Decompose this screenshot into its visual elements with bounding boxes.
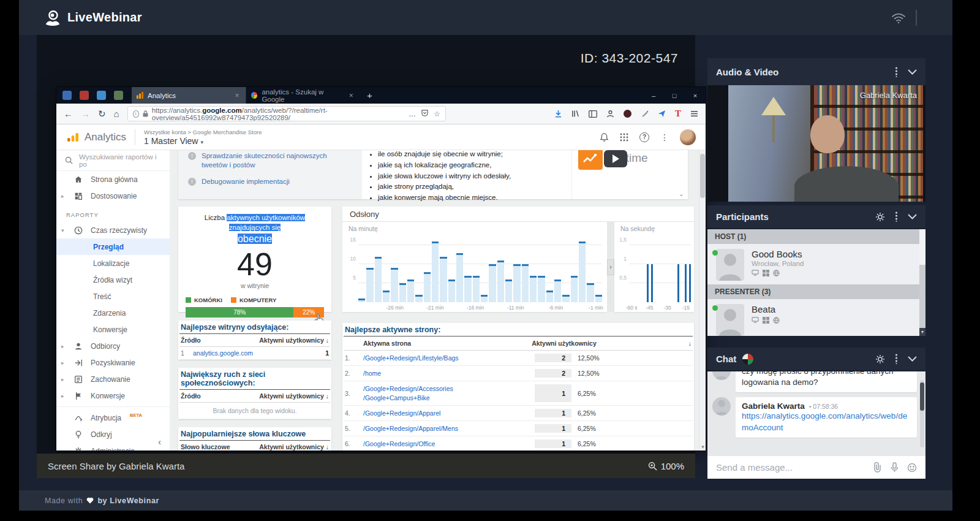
pocket-icon[interactable] bbox=[421, 110, 428, 118]
sidebar-item-konwersje[interactable]: ▸Konwersje bbox=[56, 387, 170, 404]
text-tool-icon[interactable]: T bbox=[675, 109, 681, 118]
tab-close-icon[interactable]: × bbox=[233, 91, 241, 100]
sidebar-item-pozyskiwanie[interactable]: ▸Pozyskiwanie bbox=[56, 354, 170, 371]
page-link[interactable]: /Google+Redesign/Lifestyle/Bags bbox=[363, 354, 535, 362]
tab-close-icon[interactable]: × bbox=[348, 91, 355, 100]
extension-circle-icon[interactable] bbox=[624, 110, 631, 118]
sidebar-item-zdarzenia[interactable]: Zdarzenia bbox=[56, 305, 170, 321]
bar[interactable] bbox=[579, 241, 586, 302]
collapse-chevron-icon[interactable] bbox=[908, 69, 917, 75]
home-icon[interactable]: ⌂ bbox=[114, 108, 119, 119]
chat-language-globe-icon[interactable] bbox=[742, 354, 753, 365]
downloads-icon[interactable] bbox=[554, 110, 562, 118]
scroll-down-icon[interactable]: ▼ bbox=[699, 444, 706, 450]
banner-collapse-icon[interactable]: ⌄ bbox=[679, 190, 684, 198]
bar[interactable] bbox=[391, 268, 398, 302]
sidebar-item-zachowanie[interactable]: ▸Zachowanie bbox=[56, 371, 170, 387]
sidebar-item-lokalizacje[interactable]: Lokalizacje bbox=[56, 255, 170, 272]
sidebar-item-przegląd[interactable]: Przegląd bbox=[56, 238, 170, 255]
drag-handle-dots-icon[interactable] bbox=[895, 211, 898, 222]
content-scrollbar[interactable]: ▼ bbox=[699, 150, 706, 451]
sidebar-item-źródła-wizyt[interactable]: Źródła wizyt bbox=[56, 272, 170, 288]
bar[interactable] bbox=[647, 264, 649, 302]
send-tab-icon[interactable] bbox=[658, 110, 666, 118]
split-segment[interactable]: 78% bbox=[186, 307, 293, 318]
bar[interactable] bbox=[448, 280, 455, 302]
column-header[interactable]: Aktywni użytkownicy ↓ bbox=[259, 337, 329, 344]
intro-link[interactable]: !Sprawdzanie skuteczności najnowszych tw… bbox=[188, 151, 352, 170]
bar[interactable] bbox=[456, 253, 463, 302]
minimize-button[interactable]: – bbox=[643, 87, 664, 104]
tab-google-search[interactable]: analytics - Szukaj w Google × bbox=[246, 87, 360, 104]
message-link[interactable]: https://analytics.google.com/analytics/w… bbox=[742, 411, 911, 433]
bar[interactable] bbox=[505, 280, 512, 302]
chart-expand-icon[interactable]: › bbox=[607, 259, 614, 275]
sidebar-collapse-icon[interactable]: ‹ bbox=[158, 437, 161, 447]
bar[interactable] bbox=[432, 241, 439, 302]
site-info-icon[interactable]: i bbox=[133, 110, 139, 118]
maximize-button[interactable]: □ bbox=[664, 87, 685, 104]
bar[interactable] bbox=[554, 280, 561, 302]
page-link[interactable]: /Google+Redesign/Office bbox=[363, 439, 535, 448]
reload-icon[interactable]: ↻ bbox=[98, 108, 106, 120]
bar[interactable] bbox=[415, 295, 422, 302]
sidebar-item-strona-główna[interactable]: Strona główna bbox=[56, 171, 170, 188]
sidebar-item-konwersje[interactable]: Konwersje bbox=[56, 321, 170, 338]
account-breadcrumb[interactable]: Wszystkie konta > Google Merchandise Sto… bbox=[144, 129, 262, 146]
bar[interactable] bbox=[689, 264, 691, 302]
scrollbar-thumb[interactable] bbox=[700, 154, 705, 198]
pinned-tab-icon-4[interactable] bbox=[114, 91, 123, 100]
bar[interactable] bbox=[481, 295, 488, 302]
bar[interactable] bbox=[587, 283, 594, 302]
bar[interactable] bbox=[489, 264, 496, 302]
expand-caret-icon[interactable]: ▸ bbox=[61, 393, 66, 399]
bar[interactable] bbox=[497, 260, 504, 302]
sidebar-item-dostosowanie[interactable]: ▸Dostosowanie bbox=[56, 188, 170, 204]
participant-row[interactable]: Good BooksWrocław, Poland bbox=[707, 244, 919, 284]
bar[interactable] bbox=[522, 264, 529, 302]
new-tab-button[interactable]: + bbox=[360, 87, 380, 104]
pinned-tab-icon-1[interactable] bbox=[62, 91, 72, 100]
column-header[interactable]: Słowo kluczowe bbox=[181, 443, 230, 451]
gear-icon[interactable] bbox=[875, 212, 885, 222]
account-icon[interactable] bbox=[606, 110, 614, 118]
menu-hamburger-icon[interactable] bbox=[690, 110, 698, 117]
connection-wifi-icon[interactable] bbox=[891, 12, 906, 24]
back-icon[interactable]: ← bbox=[64, 108, 73, 119]
bar[interactable] bbox=[358, 299, 365, 302]
pinned-tab-icon-3[interactable] bbox=[97, 91, 106, 100]
row-link[interactable]: analytics.google.com bbox=[193, 349, 325, 357]
user-avatar[interactable] bbox=[680, 129, 696, 145]
bar[interactable] bbox=[464, 276, 471, 302]
scrollbar-thumb[interactable] bbox=[920, 382, 924, 411]
participant-row[interactable]: Beata bbox=[707, 299, 919, 336]
apps-grid-icon[interactable] bbox=[620, 133, 628, 142]
chat-scrollbar[interactable] bbox=[920, 380, 924, 447]
bar[interactable] bbox=[685, 264, 687, 302]
column-header[interactable]: Aktywni użytkownicy ↓ bbox=[259, 392, 329, 400]
bookmark-star-icon[interactable]: ☆ bbox=[434, 110, 440, 118]
sidebar-toggle-icon[interactable] bbox=[589, 110, 597, 118]
sidebar-item-treść[interactable]: Treść bbox=[56, 288, 170, 305]
tab-analytics[interactable]: Analytics × bbox=[132, 87, 246, 104]
expand-caret-icon[interactable]: ▸ bbox=[61, 193, 66, 199]
webcam-video[interactable]: Gabriela Kwarta bbox=[707, 85, 925, 202]
bar[interactable] bbox=[513, 264, 520, 302]
kebab-menu-icon[interactable]: ⋮ bbox=[660, 132, 669, 142]
microphone-icon[interactable] bbox=[891, 462, 899, 473]
page-link[interactable]: /Google+Redesign/Apparel bbox=[363, 409, 535, 417]
expand-caret-icon[interactable]: ▸ bbox=[61, 360, 66, 366]
sidebar-item-odkryj[interactable]: Odkryj bbox=[56, 426, 170, 443]
drag-handle-dots-icon[interactable] bbox=[895, 67, 898, 77]
page-link[interactable]: /home bbox=[363, 369, 535, 378]
bar[interactable] bbox=[571, 276, 578, 302]
participants-scrollbar[interactable]: ▼ bbox=[919, 229, 925, 336]
bar[interactable] bbox=[424, 272, 431, 302]
bar[interactable] bbox=[473, 276, 480, 302]
page-actions-icon[interactable]: … bbox=[409, 110, 416, 118]
sort-desc-icon[interactable]: ↓ bbox=[688, 340, 692, 347]
play-button[interactable] bbox=[604, 150, 627, 167]
collapse-chevron-icon[interactable] bbox=[908, 356, 917, 362]
expand-caret-icon[interactable]: ▾ bbox=[61, 227, 66, 234]
ga-search[interactable]: Wyszukiwanie raportów i po bbox=[56, 150, 170, 171]
